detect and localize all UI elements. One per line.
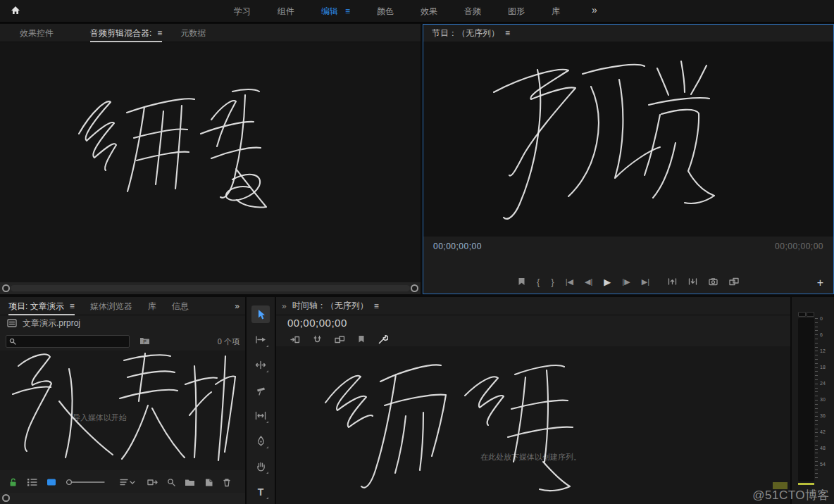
slip-icon [255,411,266,420]
automate-to-sequence-icon[interactable] [147,478,158,486]
button-editor-add[interactable]: + [817,277,823,289]
panel-menu-icon[interactable]: ≡ [70,301,75,311]
create-search-bin-icon[interactable]: P [139,336,150,345]
step-back-button[interactable]: ◀| [585,278,592,286]
type-tool[interactable]: T [251,483,270,500]
mixer-panel-content [0,42,421,282]
selection-tool[interactable] [251,305,270,323]
new-item-icon[interactable] [204,478,213,487]
timeline-toolbar [290,332,388,346]
project-file-icon [7,319,17,327]
panel-menu-icon[interactable]: ≡ [505,28,510,38]
workspace-tab-assembly[interactable]: 组件 [278,6,294,18]
tab-effect-controls[interactable]: 效果控件 [20,24,54,42]
project-hint-text: 导入媒体以开始 [73,412,127,423]
comparison-view-icon[interactable] [729,277,739,286]
ripple-edit-tool[interactable] [251,356,270,374]
icon-view-icon[interactable] [46,478,56,486]
timeline-tab-label[interactable]: 时间轴：（无序列） [292,300,368,312]
play-button[interactable]: ▶ [604,277,611,286]
export-frame-icon[interactable] [709,277,718,286]
step-forward-button[interactable]: |▶ [622,278,630,286]
meter-track [798,318,814,481]
panel-menu-icon[interactable]: ≡ [157,28,162,38]
lift-icon[interactable] [668,277,677,286]
workspace-tab-edit[interactable]: 编辑≡ [321,6,350,18]
program-timecode-row: 00;00;00;00 00;00;00;00 [423,237,833,256]
delete-icon[interactable] [223,478,231,487]
linked-selection-icon[interactable] [335,335,345,344]
add-marker-icon[interactable] [358,335,365,344]
type-tool-icon: T [258,486,264,498]
search-input[interactable] [6,335,130,348]
project-content-area[interactable]: 导入媒体以开始 [0,351,245,470]
project-file-row[interactable]: 文章演示.prproj [0,315,245,331]
pen-tool[interactable] [251,432,270,450]
scrollbar-right-knob[interactable] [411,284,418,292]
project-panel-tabs: 项目: 文章演示≡ 媒体浏览器 库 信息 » [0,297,245,315]
workspace-tab-audio[interactable]: 音频 [464,6,481,18]
extract-icon[interactable] [688,277,697,286]
tab-audio-clip-mixer[interactable]: 音频剪辑混合器:≡ [90,24,162,42]
program-panel-title[interactable]: 节目：（无序列） [432,27,499,39]
svg-text:P: P [143,339,147,344]
project-writable-lock-icon[interactable] [8,477,18,487]
tab-metadata[interactable]: 元数据 [180,24,206,42]
razor-tool[interactable] [251,382,270,399]
workspace-tab-learn[interactable]: 学习 [234,6,251,18]
panel-menu-icon[interactable]: ≡ [374,301,379,311]
timeline-panel-chevron-icon[interactable]: » [282,301,287,311]
scrollbar-left-knob[interactable] [2,494,10,502]
meter-tick-ruler [815,318,818,481]
workspace-tab-libraries[interactable]: 库 [552,6,560,18]
mark-in-button[interactable]: { [537,277,540,286]
nest-icon[interactable] [290,335,300,344]
mixer-horizontal-scrollbar[interactable] [0,282,421,294]
list-view-icon[interactable] [27,478,37,486]
go-to-out-button[interactable]: ▶| [642,278,649,286]
workspace-tab-graphics[interactable]: 图形 [508,6,525,18]
program-panel-header: 节目：（无序列） ≡ [423,25,833,42]
home-icon[interactable] [10,5,21,16]
scrollbar-track[interactable] [11,285,410,291]
workspace-tab-color[interactable]: 颜色 [377,6,394,18]
workspace-tab-effects[interactable]: 效果 [421,6,437,18]
workspace-tabs: 学习 组件 编辑≡ 颜色 效果 音频 图形 库 [234,0,560,23]
workspace-menu-icon[interactable]: ≡ [345,6,350,16]
tab-info[interactable]: 信息 [172,297,189,315]
workspace-overflow-icon[interactable]: » [592,4,597,15]
snap-icon[interactable] [313,335,322,344]
project-panel: 项目: 文章演示≡ 媒体浏览器 库 信息 » 文章演示.prproj P 0 个… [0,297,245,504]
hand-icon [256,461,266,472]
project-horizontal-scrollbar[interactable] [0,493,245,504]
tab-media-browser[interactable]: 媒体浏览器 [90,297,132,315]
mixer-panel-tabs: 效果控件 音频剪辑混合器:≡ 元数据 [0,24,421,42]
scrollbar-left-knob[interactable] [2,284,10,292]
timeline-timecode[interactable]: 00;00;00;00 [287,317,347,329]
track-select-forward-icon [255,335,266,344]
tab-project[interactable]: 项目: 文章演示≡ [8,297,75,315]
workspace-tab-edit-label: 编辑 [321,6,338,16]
tab-project-label: 项目: 文章演示 [8,301,64,311]
slip-tool[interactable] [251,407,270,424]
add-marker-icon[interactable] [518,277,525,286]
clip-indicator-right[interactable] [807,312,814,317]
hand-tool[interactable] [251,458,270,475]
tab-libraries[interactable]: 库 [148,297,156,315]
meter-scale-label: 36 [820,413,831,418]
zoom-slider[interactable] [66,478,106,486]
timeline-panel: » 时间轴：（无序列） ≡ 00;00;00;00 在此处放下媒体以创建序列。 [276,297,790,504]
track-select-forward-tool[interactable] [251,331,270,348]
timeline-hint-text: 在此处放下媒体以创建序列。 [480,452,581,462]
timeline-content-area[interactable]: 在此处放下媒体以创建序列。 [276,346,790,504]
timeline-settings-wrench-icon[interactable] [378,334,388,345]
tab-audio-clip-mixer-label: 音频剪辑混合器: [90,28,151,38]
project-overflow-icon[interactable]: » [235,297,239,315]
find-icon[interactable] [167,478,175,486]
go-to-in-button[interactable]: |◀ [566,278,573,286]
sort-order-icon[interactable] [120,478,135,486]
new-bin-icon[interactable] [185,478,195,486]
current-timecode[interactable]: 00;00;00;00 [433,241,482,251]
clip-indicator-left[interactable] [798,312,806,317]
mark-out-button[interactable]: } [551,277,554,286]
